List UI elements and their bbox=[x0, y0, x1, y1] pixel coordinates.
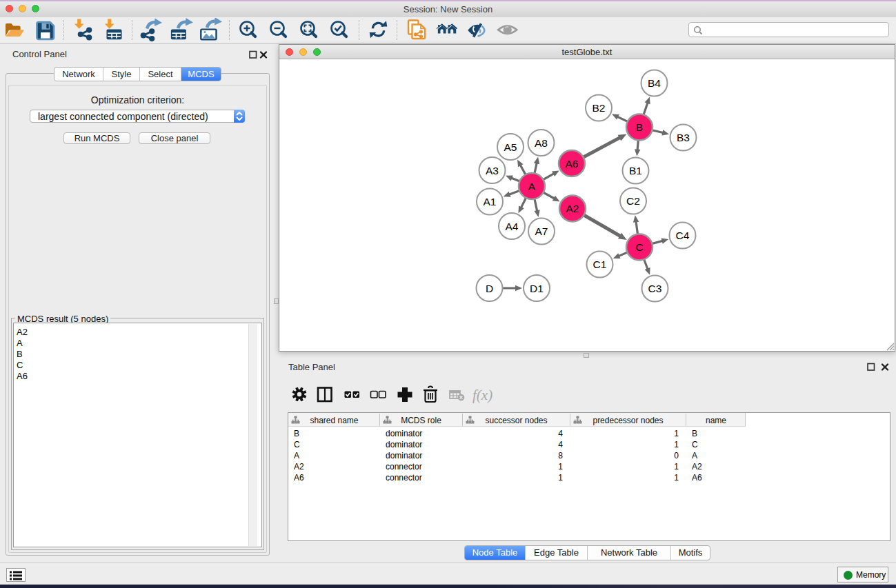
svg-text:A8: A8 bbox=[535, 137, 548, 149]
svg-text:B2: B2 bbox=[593, 102, 606, 114]
svg-text:A5: A5 bbox=[504, 141, 517, 153]
svg-text:B3: B3 bbox=[677, 132, 690, 143]
svg-text:A: A bbox=[528, 181, 536, 192]
svg-text:D1: D1 bbox=[530, 283, 544, 294]
svg-text:B: B bbox=[636, 121, 643, 133]
svg-text:C2: C2 bbox=[626, 195, 640, 207]
svg-text:C1: C1 bbox=[593, 258, 607, 270]
svg-text:A3: A3 bbox=[486, 165, 499, 176]
svg-text:A1: A1 bbox=[484, 196, 497, 207]
svg-text:C: C bbox=[635, 241, 643, 253]
svg-text:A6: A6 bbox=[566, 158, 579, 170]
svg-text:A2: A2 bbox=[566, 203, 579, 214]
svg-text:C3: C3 bbox=[648, 283, 662, 294]
svg-text:A7: A7 bbox=[535, 225, 548, 237]
svg-text:A4: A4 bbox=[506, 221, 519, 232]
svg-text:B1: B1 bbox=[629, 165, 642, 176]
svg-text:C4: C4 bbox=[676, 230, 690, 241]
svg-text:B4: B4 bbox=[648, 77, 661, 89]
svg-text:D: D bbox=[486, 283, 493, 294]
